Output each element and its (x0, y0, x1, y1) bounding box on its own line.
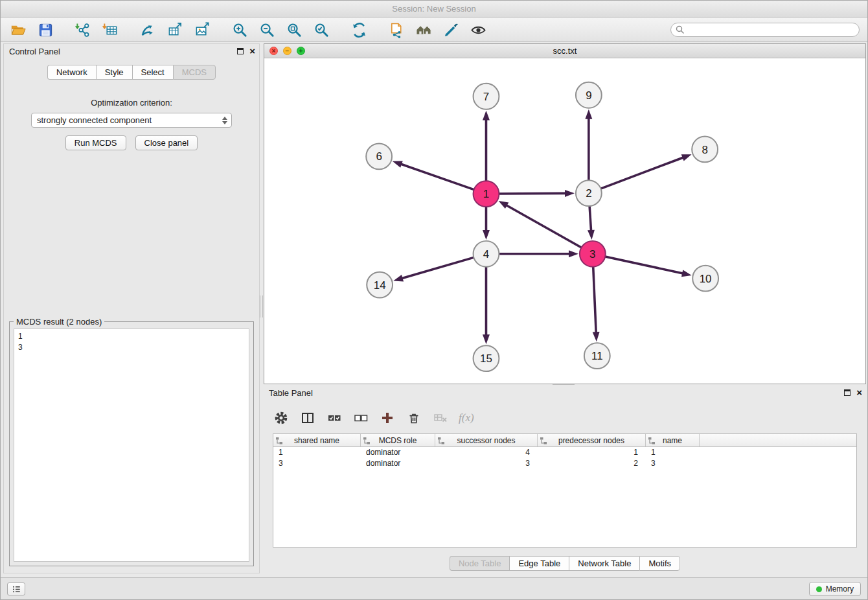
float-panel-icon[interactable] (237, 48, 244, 54)
column-header-predecessor-nodes[interactable]: predecessor nodes (538, 434, 646, 446)
refresh-view-button[interactable] (349, 21, 369, 39)
table-cell: 1 (646, 447, 700, 458)
table-row[interactable]: 1dominator411 (273, 447, 856, 458)
network-edge-3-11[interactable] (593, 267, 600, 342)
network-node-8[interactable]: 8 (692, 137, 718, 163)
delete-columns-button[interactable] (405, 410, 422, 426)
select-all-rows-icon (327, 411, 341, 425)
open-app-gallery-button[interactable] (414, 21, 433, 39)
delete-columns-icon (407, 411, 421, 425)
tab-network[interactable]: Network (47, 65, 96, 80)
control-panel-header: Control Panel × (4, 44, 259, 60)
window-close-icon[interactable]: × (269, 47, 278, 55)
import-network-button[interactable] (73, 21, 93, 39)
network-edge-1-2[interactable] (499, 190, 575, 197)
vertical-splitter-grip[interactable] (260, 295, 263, 317)
split-panel-icon (301, 411, 315, 425)
export-network-icon (140, 22, 156, 38)
network-edge-2-9[interactable] (585, 110, 592, 181)
delete-table-icon (433, 411, 448, 425)
save-session-button[interactable] (36, 21, 55, 39)
svg-text:1: 1 (483, 188, 489, 200)
tab-network-table[interactable]: Network Table (569, 556, 639, 571)
column-type-icon (363, 437, 371, 444)
run-mcds-button[interactable]: Run MCDS (65, 135, 126, 150)
mcds-result-list[interactable]: 13 (14, 329, 249, 562)
select-all-rows-button[interactable] (326, 410, 343, 426)
table-row[interactable]: 3dominator323 (273, 458, 856, 469)
deselect-all-rows-button[interactable] (352, 410, 369, 426)
zoom-fit-icon (286, 22, 303, 38)
zoom-fit-button[interactable] (284, 21, 304, 39)
toggle-graphics-details-button[interactable] (468, 21, 488, 39)
column-header-MCDS-role[interactable]: MCDS role (361, 434, 435, 446)
network-edge-2-3[interactable] (588, 206, 595, 240)
network-canvas[interactable]: 7968124314101511 (264, 59, 865, 384)
column-header-label: MCDS role (379, 436, 417, 445)
network-node-14[interactable]: 14 (367, 272, 393, 298)
memory-button[interactable]: Memory (809, 582, 861, 596)
zoom-selected-button[interactable] (312, 21, 331, 39)
open-app-gallery-icon (416, 22, 432, 38)
equation-builder-button[interactable]: f(x) (459, 411, 474, 424)
table-panel-header: Table Panel × (264, 386, 866, 401)
search-input[interactable] (670, 23, 860, 37)
column-settings-button[interactable] (273, 410, 290, 426)
network-node-2[interactable]: 2 (576, 180, 602, 206)
network-node-6[interactable]: 6 (366, 143, 392, 169)
network-node-3[interactable]: 3 (580, 241, 606, 267)
network-node-15[interactable]: 15 (474, 345, 499, 371)
deselect-all-rows-icon (354, 411, 368, 425)
split-panel-button[interactable] (299, 410, 316, 426)
panel-menu-button[interactable] (7, 583, 25, 595)
export-image-button[interactable] (192, 21, 212, 39)
network-edge-1-7[interactable] (483, 111, 490, 181)
network-edge-1-6[interactable] (393, 161, 474, 189)
column-header-shared-name[interactable]: shared name (273, 434, 361, 446)
network-node-11[interactable]: 11 (584, 343, 610, 369)
criterion-select-value: strongly connected component (37, 115, 152, 125)
import-table-button[interactable] (100, 21, 120, 39)
tab-mcds[interactable]: MCDS (173, 65, 216, 80)
svg-text:8: 8 (702, 144, 707, 156)
open-session-button[interactable] (8, 21, 28, 39)
create-column-button[interactable] (379, 410, 396, 426)
criterion-select[interactable]: strongly connected component (31, 113, 232, 128)
network-node-10[interactable]: 10 (692, 266, 718, 292)
close-table-panel-icon[interactable]: × (856, 388, 862, 397)
table-toolbar: f(x) (273, 406, 866, 430)
zoom-out-button[interactable] (257, 21, 277, 39)
tab-select[interactable]: Select (132, 65, 173, 80)
tab-motifs[interactable]: Motifs (639, 556, 680, 571)
network-node-7[interactable]: 7 (474, 84, 499, 110)
zoom-in-button[interactable] (230, 21, 249, 39)
network-edge-4-14[interactable] (393, 257, 474, 281)
export-table-button[interactable] (165, 21, 185, 39)
apply-style-button[interactable] (441, 21, 461, 39)
tab-edge-table[interactable]: Edge Table (509, 556, 569, 571)
export-image-icon (194, 22, 211, 38)
column-header-name[interactable]: name (646, 434, 700, 446)
network-node-1[interactable]: 1 (474, 181, 499, 207)
network-edge-4-3[interactable] (499, 250, 578, 257)
network-edge-3-10[interactable] (605, 257, 691, 277)
network-node-9[interactable]: 9 (576, 82, 602, 108)
network-edge-3-1[interactable] (499, 201, 582, 248)
copy-network-button[interactable] (387, 21, 406, 39)
tab-node-table[interactable]: Node Table (450, 556, 510, 571)
table-panel: Table Panel × f(x) shared nameMCDS roles… (264, 386, 866, 575)
column-header-successor-nodes[interactable]: successor nodes (435, 434, 538, 446)
window-minimize-icon[interactable]: − (283, 47, 291, 55)
close-panel-icon[interactable]: × (249, 47, 255, 56)
network-edge-4-15[interactable] (483, 267, 490, 345)
network-edge-2-8[interactable] (600, 154, 691, 189)
save-session-icon (38, 22, 54, 38)
close-panel-button[interactable]: Close panel (135, 135, 198, 150)
network-edge-1-4[interactable] (483, 207, 490, 240)
export-network-button[interactable] (138, 21, 157, 39)
float-table-panel-icon[interactable] (844, 389, 851, 396)
window-zoom-icon[interactable]: + (297, 47, 305, 55)
network-node-4[interactable]: 4 (474, 241, 499, 267)
tab-style[interactable]: Style (96, 65, 132, 80)
control-panel: Control Panel × NetworkStyleSelectMCDS O… (3, 43, 260, 573)
